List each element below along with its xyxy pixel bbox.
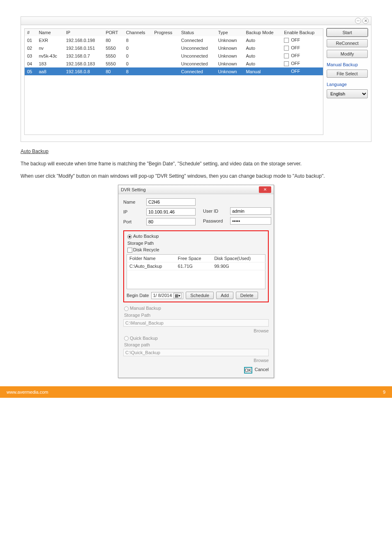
enable-backup-label: OFF (290, 53, 300, 58)
quick-backup-section: Quick Backup Storage path C:\Quick_Backu… (123, 336, 269, 363)
col-header: Name (36, 29, 63, 36)
table-row[interactable]: 05aa8192.168.0.8808ConnectedUnknownManua… (25, 67, 323, 75)
cancel-button[interactable]: Cancel (255, 367, 269, 374)
cell-used: 99.90G (212, 262, 265, 270)
enable-backup-checkbox[interactable] (284, 61, 289, 66)
table-row[interactable]: 04183192.168.0.18355500UnconnectedUnknow… (25, 60, 323, 67)
ip-label: IP (123, 209, 144, 214)
file-select-button[interactable]: File Select (327, 70, 368, 78)
table-row[interactable]: 01EXR192.168.0.198808ConnectedUnknownAut… (25, 36, 323, 44)
start-button[interactable]: Start (327, 28, 368, 37)
quick-backup-radio[interactable] (124, 336, 129, 341)
section-heading: Auto Backup (21, 148, 371, 155)
storage-row[interactable]: C:\Auto_Backup 61.71G 99.90G (127, 262, 265, 270)
enable-backup-label: OFF (290, 69, 300, 74)
dialog-title: DVR Setting (121, 187, 146, 192)
body-text: Auto Backup The backup will execute when… (21, 148, 371, 180)
begin-date-value: 1/ 8/2014 (153, 293, 172, 298)
enable-backup-label: OFF (290, 61, 300, 66)
ok-button[interactable]: OK (244, 367, 252, 374)
manual-backup-section: Manual Backup Storage Path C:\Manual_Bac… (123, 306, 269, 333)
enable-backup-checkbox[interactable] (284, 38, 289, 43)
enable-backup-checkbox[interactable] (284, 53, 289, 58)
port-label: Port (123, 219, 144, 224)
delete-button[interactable]: Delete (236, 292, 258, 299)
manual-path-field: C:\Manual_Backup (123, 319, 269, 327)
begin-date-label: Begin Date (127, 293, 149, 298)
close-icon[interactable]: ✕ (362, 18, 369, 24)
cell-free: 61.71G (175, 262, 212, 270)
footer-page-number: 9 (383, 390, 385, 395)
password-field[interactable] (230, 217, 271, 225)
minimize-icon[interactable]: ─ (355, 18, 361, 24)
disk-recycle-checkbox[interactable] (127, 248, 132, 253)
manual-browse-button[interactable]: Browse (254, 328, 269, 333)
language-select[interactable]: English (327, 89, 368, 98)
col-header: Progress (152, 29, 179, 36)
col-header: Status (179, 29, 216, 36)
page-footer: www.avermedia.com 9 (0, 386, 392, 398)
dvr-setting-dialog: DVR Setting ✕ Name IP Port (118, 185, 274, 378)
footer-url: www.avermedia.com (7, 390, 48, 395)
reconnect-button[interactable]: ReConnect (327, 39, 368, 47)
enable-backup-label: OFF (290, 45, 300, 50)
paragraph-2: When user click "Modify" button on main … (21, 172, 371, 180)
modify-button[interactable]: Modify (327, 50, 368, 58)
device-list-window: ─ ✕ #NameIPPORTChannelsProgressStatusTyp… (21, 16, 371, 142)
window-titlebar: ─ ✕ (21, 17, 371, 25)
col-header: Type (216, 29, 244, 36)
begin-date-input[interactable]: 1/ 8/2014 ▦▾ (151, 292, 183, 299)
enable-backup-checkbox[interactable] (284, 69, 289, 74)
col-folder: Folder Name (127, 255, 175, 262)
manual-storage-label: Storage Path (124, 313, 269, 318)
device-table: #NameIPPORTChannelsProgressStatusTypeBac… (24, 28, 323, 135)
cell-folder: C:\Auto_Backup (127, 262, 175, 270)
auto-backup-section: Auto Backup Storage Path Disk Recycle Fo… (123, 230, 269, 302)
table-row[interactable]: 03nv5k-43c192.168.0.755500UnconnectedUnk… (25, 52, 323, 60)
quick-path-field: C:\Quick_Backup (123, 349, 269, 356)
disk-recycle-label: Disk Recycle (133, 247, 159, 252)
col-header: Enable Backup (281, 29, 323, 36)
manual-backup-radio-label: Manual Backup (130, 306, 161, 311)
col-used: Disk Space(Used) (212, 255, 265, 262)
schedule-button[interactable]: Schedule (186, 292, 214, 299)
language-label: Language (327, 82, 368, 87)
col-header: # (25, 29, 36, 36)
name-field[interactable] (146, 198, 196, 206)
col-header: Backup Mode (243, 29, 281, 36)
quick-backup-radio-label: Quick Backup (130, 336, 158, 341)
ip-field[interactable] (146, 208, 196, 216)
auto-backup-radio[interactable] (127, 234, 132, 239)
quick-storage-label: Storage path (124, 342, 269, 347)
dialog-close-icon[interactable]: ✕ (259, 186, 271, 193)
paragraph-1: The backup will execute when time frame … (21, 160, 371, 167)
table-row[interactable]: 02nv192.168.0.15155500UnconnectedUnknown… (25, 44, 323, 52)
col-free: Free Space (175, 255, 212, 262)
side-panel: Start ReConnect Modify Manual Backup Fil… (327, 28, 368, 135)
auto-backup-radio-label: Auto Backup (133, 234, 159, 239)
col-header: IP (64, 29, 103, 36)
port-field[interactable] (146, 218, 196, 225)
name-label: Name (123, 200, 144, 204)
add-button[interactable]: Add (216, 292, 233, 299)
storage-table: Folder Name Free Space Disk Space(Used) … (127, 254, 265, 289)
enable-backup-checkbox[interactable] (284, 46, 289, 51)
col-header: PORT (103, 29, 124, 36)
manual-backup-label: Manual Backup (327, 62, 368, 67)
col-header: Channels (124, 29, 152, 36)
userid-field[interactable] (230, 207, 271, 215)
manual-backup-radio[interactable] (124, 306, 129, 311)
calendar-icon[interactable]: ▦▾ (173, 293, 182, 298)
userid-label: User ID (203, 209, 228, 214)
auto-storage-label: Storage Path (127, 241, 265, 246)
enable-backup-label: OFF (290, 37, 300, 42)
password-label: Password (203, 218, 228, 223)
quick-browse-button[interactable]: Browse (254, 358, 269, 363)
